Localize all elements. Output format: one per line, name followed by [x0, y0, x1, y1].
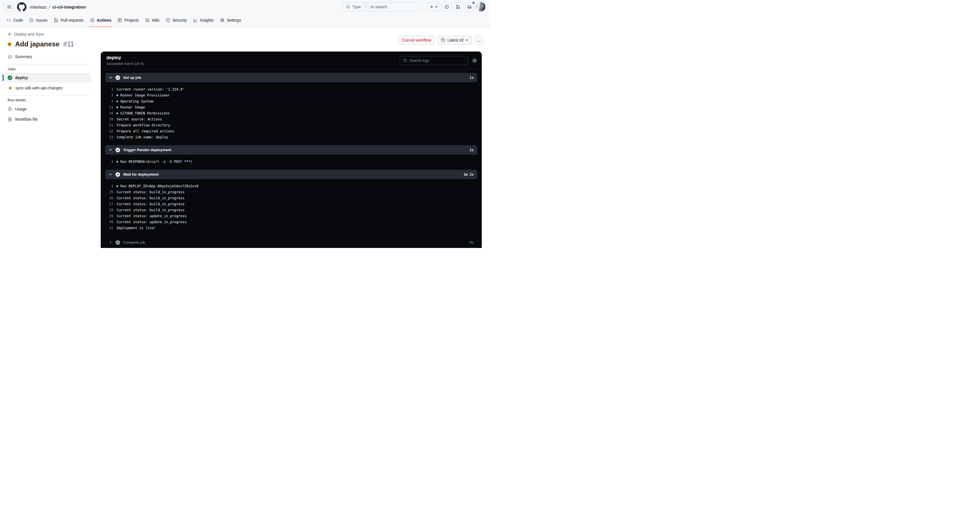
tab-issues[interactable]: Issues — [26, 14, 50, 27]
tab-code[interactable]: Code — [3, 14, 26, 27]
log-line-number[interactable]: 1 — [105, 88, 117, 91]
log-line-number[interactable]: 11 — [105, 105, 117, 109]
github-actions-run-page: mlanlazc / ci-cd-integration Type / to s… — [0, 0, 490, 254]
tab-wiki[interactable]: Wiki — [142, 14, 162, 27]
log-line-text: Current status: build_in_progress — [117, 208, 185, 212]
log-line-text: Current status: update_in_progress — [117, 214, 187, 218]
tab-label: Projects — [124, 18, 139, 22]
log-line-text[interactable]: GITHUB_TOKEN Permissions — [117, 111, 170, 115]
log-line-number[interactable]: 16 — [105, 111, 117, 115]
log-line-number[interactable]: 22 — [105, 129, 117, 133]
log-line: 1Run DEPLOY_ID=dep-d0qs5oje5dus739s2vv0 — [105, 183, 477, 189]
inbox-icon — [467, 5, 472, 9]
log-section-header-set-up-job[interactable]: Set up job1s — [105, 73, 477, 82]
issues-dashboard-button[interactable] — [442, 2, 451, 11]
log-line-text[interactable]: Run RESPONSE=$(curl -s -X POST ***) — [117, 160, 192, 164]
expand-triangle-icon — [117, 161, 118, 163]
create-new-button[interactable] — [427, 2, 440, 11]
log-line-number[interactable]: 2 — [105, 93, 117, 97]
log-line-number[interactable]: 28 — [105, 208, 117, 212]
log-line-number[interactable]: 31 — [105, 226, 117, 230]
log-sections: Set up job1s1Current runner version: '2.… — [101, 69, 482, 248]
log-line-text: Prepare workflow directory — [117, 123, 170, 127]
log-search-input[interactable]: Search logs — [400, 56, 468, 65]
tab-label: Code — [13, 18, 23, 22]
log-line-number[interactable]: 25 — [105, 190, 117, 194]
git-pull-request-icon — [54, 18, 58, 22]
log-line: 2Runner Image Provisioner — [105, 92, 477, 98]
tab-actions[interactable]: Actions — [87, 14, 115, 27]
expand-triangle-icon — [117, 185, 118, 187]
selected-job-indicator — [3, 74, 4, 81]
sidebar-item-summary[interactable]: Summary — [3, 51, 91, 62]
log-line-number[interactable]: 30 — [105, 220, 117, 224]
sidebar-item-workflow-file[interactable]: Workflow file — [3, 114, 91, 124]
log-line-number[interactable]: 7 — [105, 99, 117, 103]
header-right-controls: Type / to search — [344, 2, 485, 11]
back-to-workflow-link[interactable]: Deploy and Sync — [8, 32, 45, 37]
sidebar-job-deploy[interactable]: deploy — [5, 73, 91, 83]
log-line-number[interactable]: 21 — [105, 123, 117, 127]
log-line-text[interactable]: Run DEPLOY_ID=dep-d0qs5oje5dus739s2vv0 — [117, 184, 199, 188]
sidebar-job-sync-sdk-with-api-changes[interactable]: sync-sdk-with-api-changes — [5, 83, 91, 93]
tab-insights[interactable]: Insights — [190, 14, 217, 27]
chevron-down-icon — [109, 148, 112, 152]
chevron-down-icon — [109, 172, 112, 176]
log-line-number[interactable]: 29 — [105, 214, 117, 218]
log-line: 25Current status: build_in_progress — [105, 189, 477, 195]
run-title: Add japanese — [15, 40, 59, 48]
sidebar-jobs-heading: Jobs — [3, 67, 91, 71]
tab-pull-requests[interactable]: Pull requests — [51, 14, 87, 27]
log-line-text[interactable]: Runner Image Provisioner — [117, 93, 170, 97]
more-options-button[interactable]: … — [474, 35, 483, 45]
caret-down-icon — [435, 6, 438, 8]
repo-nav: CodeIssuesPull requestsActionsProjectsWi… — [0, 14, 490, 27]
log-line-number[interactable]: 23 — [105, 135, 117, 139]
table-icon — [118, 18, 122, 22]
tab-settings[interactable]: Settings — [217, 14, 245, 27]
sidebar-item-label: Usage — [15, 107, 27, 111]
tab-security[interactable]: Security — [162, 14, 190, 27]
log-section-title: Set up job — [123, 75, 467, 80]
home-icon — [8, 54, 12, 59]
github-logo-icon[interactable] — [17, 2, 27, 12]
issue-opened-icon — [29, 18, 33, 22]
global-search-input[interactable]: Type / to search — [344, 2, 418, 11]
search-placeholder-suffix: to search — [371, 5, 387, 9]
sidebar-item-usage[interactable]: Usage — [3, 104, 91, 114]
issue-opened-icon — [444, 5, 449, 9]
log-line-text: Current status: build_in_progress — [117, 202, 185, 206]
log-line-text[interactable]: Runner Image — [117, 105, 145, 109]
cancel-workflow-button[interactable]: Cancel workflow — [398, 35, 435, 45]
hamburger-menu-button[interactable] — [5, 2, 14, 11]
log-lines-wait-for-deployment: 1Run DEPLOY_ID=dep-d0qs5oje5dus739s2vv02… — [105, 179, 477, 236]
arrow-left-icon — [8, 32, 12, 37]
breadcrumb-owner[interactable]: mlanlazc — [30, 5, 47, 10]
workflow-name: Deploy and Sync — [14, 32, 45, 37]
log-line: 21Prepare workflow directory — [105, 122, 477, 128]
avatar[interactable] — [476, 2, 485, 11]
log-line-number[interactable]: 20 — [105, 117, 117, 121]
breadcrumb-repo[interactable]: ci-cd-integration — [52, 5, 86, 10]
log-line-number[interactable]: 27 — [105, 202, 117, 206]
log-line-number[interactable]: 1 — [105, 184, 117, 188]
log-line-number[interactable]: 1 — [105, 160, 117, 164]
log-section-header-trigger-render-deployment[interactable]: Trigger Render deployment1s — [105, 145, 477, 155]
log-line-number[interactable]: 26 — [105, 196, 117, 200]
sidebar-divider — [5, 64, 91, 64]
expand-triangle-icon — [117, 94, 118, 96]
attempt-selector-button[interactable]: Latest #2 — [437, 35, 472, 45]
log-section-header-wait-for-deployment[interactable]: Wait for deployment1m 2s — [105, 170, 477, 179]
log-section-duration: 0s — [470, 241, 474, 244]
pull-requests-dashboard-button[interactable] — [453, 2, 463, 11]
tab-projects[interactable]: Projects — [115, 14, 142, 27]
chevron-right-icon — [109, 241, 112, 244]
log-line-text[interactable]: Operating System — [117, 99, 153, 103]
inbox-wrap — [465, 2, 474, 11]
check-circle-dark-icon — [116, 240, 120, 245]
run-header: Deploy and Sync Add japanese #11 Cancel … — [0, 27, 490, 49]
global-header: mlanlazc / ci-cd-integration Type / to s… — [0, 0, 490, 14]
log-section-header-complete-job[interactable]: Complete job0s — [105, 238, 477, 247]
run-number: #11 — [63, 40, 74, 48]
log-settings-gear-icon[interactable] — [472, 58, 477, 63]
